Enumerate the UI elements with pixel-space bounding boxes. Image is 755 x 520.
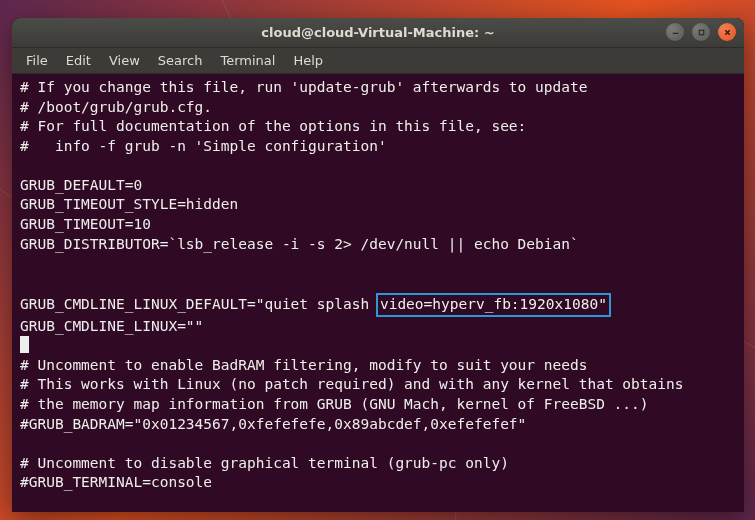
close-icon — [723, 28, 732, 37]
term-line: GRUB_TIMEOUT=10 — [20, 216, 151, 232]
maximize-icon — [697, 28, 706, 37]
menu-search[interactable]: Search — [150, 50, 211, 71]
term-line: #GRUB_BADRAM="0x01234567,0xfefefefe,0x89… — [20, 416, 526, 432]
svg-rect-1 — [699, 30, 704, 35]
term-line: # Uncomment to disable graphical termina… — [20, 455, 509, 471]
text-cursor — [20, 336, 29, 353]
term-line: # the memory map information from GRUB (… — [20, 396, 649, 412]
menu-edit[interactable]: Edit — [58, 50, 99, 71]
term-line: GRUB_TIMEOUT_STYLE=hidden — [20, 196, 238, 212]
term-line: GRUB_DISTRIBUTOR=`lsb_release -i -s 2> /… — [20, 236, 579, 252]
term-line: # For full documentation of the options … — [20, 118, 526, 134]
highlighted-text: video=hyperv_fb:1920x1080" — [376, 293, 611, 317]
menu-help[interactable]: Help — [285, 50, 331, 71]
term-line: # Uncomment to enable BadRAM filtering, … — [20, 357, 587, 373]
titlebar: cloud@cloud-Virtual-Machine: ~ — [12, 18, 744, 48]
menu-file[interactable]: File — [18, 50, 56, 71]
term-line: #GRUB_TERMINAL=console — [20, 474, 212, 490]
menu-view[interactable]: View — [101, 50, 148, 71]
minimize-icon — [671, 28, 680, 37]
menu-terminal[interactable]: Terminal — [212, 50, 283, 71]
minimize-button[interactable] — [666, 23, 684, 41]
term-line: # info -f grub -n 'Simple configuration' — [20, 138, 387, 154]
menubar: File Edit View Search Terminal Help — [12, 48, 744, 74]
window-title: cloud@cloud-Virtual-Machine: ~ — [261, 25, 494, 40]
term-line: # /boot/grub/grub.cfg. — [20, 99, 212, 115]
term-line: GRUB_CMDLINE_LINUX="" — [20, 318, 203, 334]
close-button[interactable] — [718, 23, 736, 41]
term-line: GRUB_DEFAULT=0 — [20, 177, 142, 193]
term-line-prefix: GRUB_CMDLINE_LINUX_DEFAULT="quiet splash — [20, 296, 378, 312]
terminal-window: cloud@cloud-Virtual-Machine: ~ File Edit… — [12, 18, 744, 512]
terminal-viewport[interactable]: # If you change this file, run 'update-g… — [12, 74, 744, 512]
term-line: # This works with Linux (no patch requir… — [20, 376, 683, 392]
window-controls — [666, 23, 736, 41]
maximize-button[interactable] — [692, 23, 710, 41]
term-line: # If you change this file, run 'update-g… — [20, 79, 587, 95]
